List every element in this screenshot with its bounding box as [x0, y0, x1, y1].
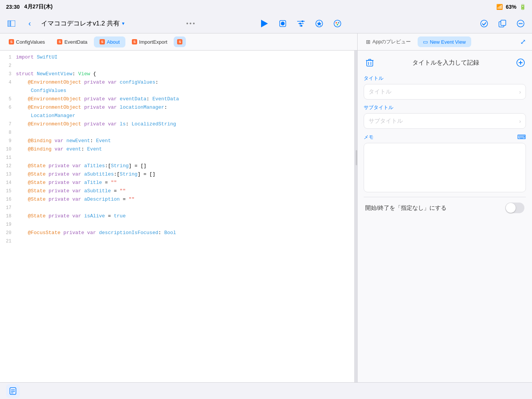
- svg-point-14: [334, 20, 341, 27]
- tab-about-label: About: [107, 39, 120, 45]
- code-line-11: 11: [0, 154, 354, 162]
- code-line-4b: ConfigValues: [0, 87, 354, 95]
- color-button[interactable]: [331, 17, 344, 30]
- title-chevron: ›: [519, 89, 521, 95]
- code-tabs: S ConfigValues S EventData S About S Imp…: [0, 33, 357, 50]
- code-line-20: 20 @FocusState private var descriptionIs…: [0, 229, 354, 238]
- main-content: 1 import SwiftUI 2 3 struct NewEventView…: [0, 51, 532, 382]
- battery-icon: 🔋: [519, 4, 526, 10]
- check-button[interactable]: [477, 17, 491, 30]
- toolbar-dots: •••: [186, 20, 196, 27]
- date-display: 4月27日(木): [24, 3, 53, 10]
- status-bar: 23:30 4月27日(木) 📶 63% 🔋: [0, 0, 532, 14]
- preview-tab-app[interactable]: ⊞ Appのプレビュー: [361, 36, 416, 48]
- swift-icon: S: [57, 39, 62, 44]
- svg-point-10: [299, 22, 301, 24]
- preview-tab-newevent-icon: ▭: [423, 39, 428, 45]
- tab-bar-container: S ConfigValues S EventData S About S Imp…: [0, 33, 532, 51]
- svg-point-11: [300, 25, 302, 27]
- tab-about[interactable]: S About: [94, 36, 125, 48]
- svg-rect-20: [501, 20, 506, 25]
- code-line-16: 16 @State private var aDescription = "": [0, 196, 354, 204]
- code-line-9: 9 @Binding var newEvent: Event: [0, 137, 354, 146]
- code-line-3: 3 struct NewEventView: View {: [0, 70, 354, 79]
- favorite-button[interactable]: [312, 17, 326, 30]
- preview-tab-newevent-label: New Event View: [430, 39, 466, 45]
- swift-icon: S: [9, 39, 14, 44]
- battery-display: 63%: [506, 4, 516, 10]
- title-label: タイトル: [364, 75, 526, 82]
- code-editor[interactable]: 1 import SwiftUI 2 3 struct NewEventView…: [0, 51, 354, 382]
- memo-field[interactable]: [364, 143, 526, 192]
- subtitle-label: サブタイトル: [364, 104, 526, 111]
- tab-eventdata[interactable]: S EventData: [51, 36, 93, 48]
- svg-point-16: [338, 22, 339, 24]
- title-field[interactable]: タイトル ›: [364, 84, 526, 100]
- sidebar-toggle-button[interactable]: [5, 17, 18, 30]
- keyboard-icon[interactable]: ⌨: [517, 133, 526, 141]
- tab-eventdata-label: EventData: [64, 39, 87, 45]
- record-button[interactable]: [276, 17, 290, 30]
- toggle-switch[interactable]: [505, 203, 524, 213]
- toggle-row: 開始/終了を「指定なし」にする: [364, 197, 526, 218]
- svg-point-24: [521, 23, 522, 24]
- code-line-5: 5 @EnvironmentObject private var eventDa…: [0, 95, 354, 104]
- svg-marker-3: [261, 20, 268, 27]
- subtitle-field[interactable]: サブタイトル ›: [364, 113, 526, 129]
- preview-content: タイトルを入力して記録 タイトル タイトル › サブタイトル サブタイトル › …: [358, 51, 532, 382]
- preview-tab-app-label: Appのプレビュー: [372, 38, 411, 45]
- svg-point-9: [301, 21, 303, 22]
- code-line-19: 19: [0, 221, 354, 229]
- code-line-4: 4 @EnvironmentObject private var configV…: [0, 79, 354, 87]
- subtitle-placeholder: サブタイトル: [369, 117, 519, 125]
- svg-marker-13: [317, 21, 321, 26]
- code-line-12: 12 @State private var aTitles:[String] =…: [0, 162, 354, 171]
- code-line-21: 21: [0, 238, 354, 246]
- code-line-17: 17: [0, 204, 354, 212]
- memo-header: メモ ⌨: [364, 133, 526, 141]
- title-chevron: ▾: [122, 21, 125, 26]
- toggle-label: 開始/終了を「指定なし」にする: [365, 204, 446, 212]
- code-line-7: 7 @EnvironmentObject private var ls: Loc…: [0, 120, 354, 129]
- code-line-6b: LocationManager: [0, 112, 354, 120]
- play-button[interactable]: [258, 17, 271, 30]
- svg-rect-25: [367, 60, 373, 66]
- code-line-14: 14 @State private var aTitle = "": [0, 179, 354, 187]
- svg-rect-0: [8, 21, 10, 27]
- trash-icon[interactable]: [364, 57, 376, 69]
- svg-point-23: [520, 23, 521, 24]
- tab-configvalues-label: ConfigValues: [16, 39, 45, 45]
- form-title: タイトルを入力して記録: [376, 59, 515, 67]
- more-button[interactable]: [514, 17, 527, 30]
- time-display: 23:30: [6, 4, 20, 10]
- code-line-8: 8: [0, 129, 354, 137]
- code-line-10: 10 @Binding var event: Event: [0, 146, 354, 154]
- code-line-6: 6 @EnvironmentObject private var locatio…: [0, 104, 354, 112]
- svg-point-5: [281, 22, 285, 25]
- add-button[interactable]: [515, 57, 526, 68]
- editor-divider: [354, 51, 357, 382]
- svg-point-22: [519, 23, 520, 24]
- copy-button[interactable]: [496, 17, 509, 30]
- preview-resize-button[interactable]: ⤢: [517, 36, 529, 48]
- code-line-2: 2: [0, 62, 354, 70]
- swift-icon: S: [132, 39, 137, 44]
- subtitle-chevron: ›: [519, 118, 521, 124]
- swift-icon-overflow: S: [177, 39, 182, 44]
- preview-tab-newevent[interactable]: ▭ New Event View: [418, 36, 471, 47]
- preview-panel: タイトルを入力して記録 タイトル タイトル › サブタイトル サブタイトル › …: [357, 51, 532, 382]
- back-button[interactable]: ‹: [23, 17, 36, 30]
- filter-button[interactable]: [294, 17, 308, 30]
- memo-label: メモ: [364, 134, 374, 141]
- code-line-18: 18 @State private var isAlive = true: [0, 212, 354, 221]
- tab-configvalues[interactable]: S ConfigValues: [3, 36, 51, 48]
- preview-tab-icon: ⊞: [366, 39, 370, 45]
- tab-importexport[interactable]: S ImportExport: [126, 36, 173, 48]
- project-title: イマココデコレオv1.2 共有 ▾: [41, 19, 125, 28]
- document-icon[interactable]: [6, 384, 20, 398]
- svg-point-15: [336, 22, 337, 24]
- tab-overflow[interactable]: S: [174, 36, 186, 47]
- preview-form-header: タイトルを入力して記録: [364, 57, 526, 69]
- toolbar: ‹ イマココデコレオv1.2 共有 ▾ •••: [0, 14, 532, 33]
- bottom-bar: [0, 382, 532, 399]
